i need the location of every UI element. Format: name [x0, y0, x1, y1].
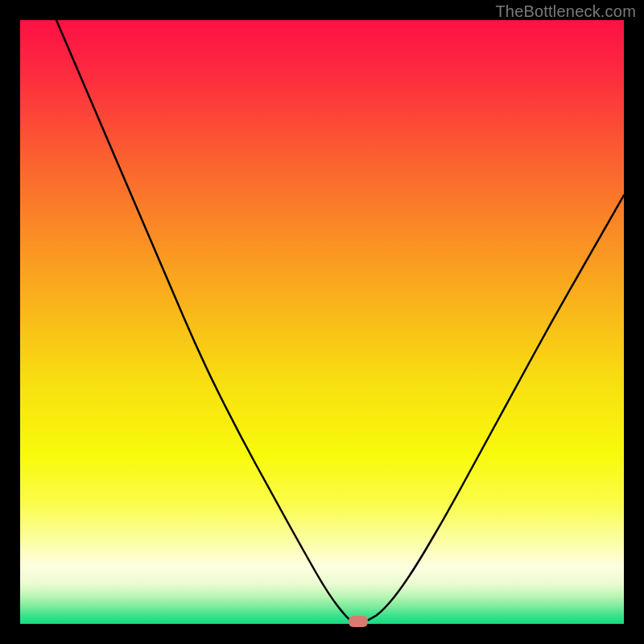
optimal-point-marker [349, 616, 369, 627]
bottleneck-curve [20, 20, 624, 624]
plot-area [20, 20, 624, 624]
chart-frame: TheBottleneck.com [0, 0, 644, 644]
watermark-text: TheBottleneck.com [495, 2, 636, 21]
